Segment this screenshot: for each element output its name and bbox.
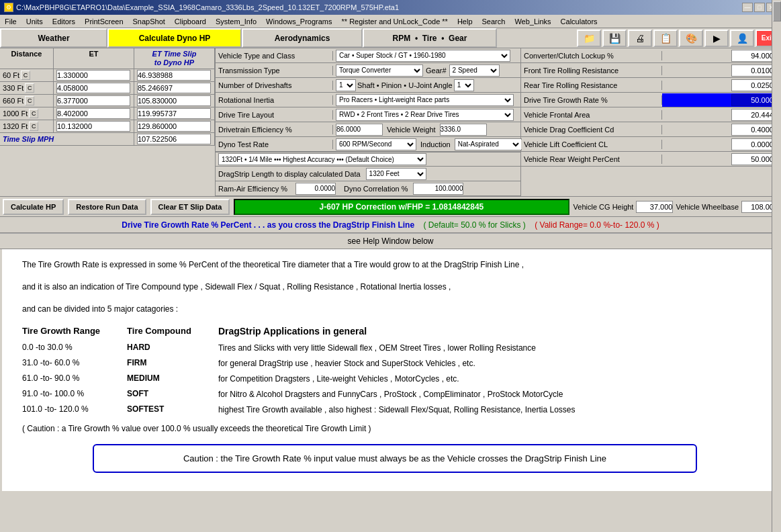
veh-weight-input[interactable]	[440, 124, 487, 136]
play-icon-btn[interactable]: ▶	[704, 30, 729, 47]
tire-range-4: 101.0 -to- 120.0 %	[22, 403, 100, 416]
tire-range-1: 31.0 -to- 60.0 %	[22, 357, 100, 369]
et-input-1320ft[interactable]	[56, 121, 130, 132]
menu-register[interactable]: ** Register and UnLock_Code **	[340, 17, 450, 26]
minimize-button[interactable]: —	[742, 3, 753, 12]
param-dyno-rate: Dyno Test Rate 600 RPM/Second Induction …	[216, 137, 520, 152]
induction-select[interactable]: Nat-Aspirated	[455, 138, 522, 150]
et-input-1000ft[interactable]	[56, 108, 130, 119]
drag-app-2: for Competition Dragsters , Lite-weight …	[218, 373, 768, 386]
dyno-rate-select[interactable]: 600 RPM/Second	[336, 138, 416, 150]
slip-val-60ft	[134, 69, 215, 81]
slip-input-1000ft[interactable]	[137, 108, 211, 119]
menu-clipboard[interactable]: Clipboard	[173, 17, 208, 26]
caution-box-text: Caution : the Tire Growth Rate % input v…	[183, 453, 606, 463]
clear-et-button[interactable]: Clear ET Slip Data	[150, 199, 230, 215]
scrollbar-thumb[interactable]	[773, 1, 781, 21]
param-transmission: Transmission Type Torque Converter Gear#…	[216, 63, 520, 78]
slip-input-330ft[interactable]	[137, 83, 211, 93]
veh-cg-input[interactable]	[636, 201, 673, 213]
tire-range-header: Tire Growth Range	[22, 326, 100, 336]
help-area: The Tire Growth Rate is expressed in som…	[0, 249, 781, 491]
rear-weight-label: Vehicle Rear Weight PerCent	[521, 154, 662, 164]
time-slip-mph-input[interactable]	[137, 134, 211, 144]
color-icon-btn[interactable]: 🎨	[679, 30, 703, 47]
c-btn-60ft[interactable]: C	[21, 71, 30, 80]
et-input-330ft[interactable]	[56, 83, 130, 93]
tire-compound-header: Tire Compound	[127, 326, 191, 336]
drivetrain-eff-value: Vehicle Weight	[333, 123, 520, 136]
drag-length-select[interactable]: 1320 Feet	[366, 168, 426, 180]
menu-snapshot[interactable]: SnapShot	[131, 17, 167, 26]
distance-select[interactable]: 1320Ft • 1/4 Mile ••• Highest Accuracy •…	[218, 153, 426, 165]
tire-compound-4: SOFTEST	[127, 403, 191, 416]
param-vehicle-type: Vehicle Type and Class Car • Super Stock…	[216, 48, 520, 63]
vehicle-type-select[interactable]: Car • Super Stock / GT • 1960-1980	[336, 50, 510, 62]
action-row: Calculate HP Restore Run Data Clear ET S…	[0, 197, 781, 217]
slip-input-60ft[interactable]	[137, 70, 211, 81]
help-intro-line-1: The Tire Growth Rate is expressed in som…	[22, 259, 768, 271]
rotational-inertia-select[interactable]: Pro Racers • Light-weight Race parts	[336, 94, 514, 106]
maximize-button[interactable]: □	[754, 3, 765, 12]
ujoint-angle-select[interactable]: 1	[454, 79, 474, 91]
title-bar-left: ⚙ C:\MaxPBHP8G\ETAPRO1\Data\Example_SSIA…	[4, 3, 399, 12]
folder-icon-btn[interactable]: 📁	[577, 30, 601, 47]
tire-range-2: 61.0 -to- 90.0 %	[22, 372, 100, 385]
c-btn-660ft[interactable]: C	[25, 96, 34, 105]
c-btn-330ft[interactable]: C	[25, 83, 34, 93]
et-val-1000ft	[54, 107, 134, 120]
dyno-corr-input[interactable]	[413, 183, 463, 195]
rotational-inertia-label: Rotational Inertia	[216, 95, 333, 105]
menu-weblinks[interactable]: Web_Links	[512, 17, 553, 26]
menu-editors[interactable]: Editors	[50, 17, 77, 26]
dist-label-660ft: 660 Ft	[3, 97, 24, 105]
scrollbar[interactable]	[772, 0, 781, 491]
menu-bar: File Units Editors PrintScreen SnapShot …	[0, 15, 781, 28]
weather-tab[interactable]: Weather	[0, 28, 107, 48]
shaft-label: Shaft • Pinion • U-Joint Angle	[357, 81, 453, 89]
driveshafts-num-select[interactable]: 1	[336, 79, 356, 91]
menu-sysinfo[interactable]: System_Info	[214, 17, 259, 26]
gear-label: Gear#	[424, 66, 448, 75]
et-val-60ft	[54, 69, 134, 81]
drive-layout-select[interactable]: RWD • 2 Front Tires • 2 Rear Drive Tires	[336, 109, 514, 121]
copy-icon-btn[interactable]: 📋	[653, 30, 678, 47]
tire-compound-3: SOFT	[127, 388, 191, 400]
user-icon-btn[interactable]: 👤	[730, 30, 754, 47]
menu-search[interactable]: Search	[480, 17, 508, 26]
calc-hp-button[interactable]: Calculate HP	[3, 199, 64, 215]
et-timeslip-header: ET Time Slip to Dyno HP	[134, 48, 215, 69]
dist-1320ft: 1320 Ft C	[0, 120, 54, 132]
menu-winprog[interactable]: Windows_Programs	[264, 17, 334, 26]
restore-button[interactable]: Restore Run Data	[68, 199, 146, 215]
slip-input-660ft[interactable]	[137, 95, 211, 106]
et-input-660ft[interactable]	[56, 95, 130, 106]
transmission-select[interactable]: Torque Converter	[336, 64, 423, 77]
et-input-60ft[interactable]	[56, 70, 130, 81]
aerodynamics-tab[interactable]: Aerodynamics	[242, 28, 363, 48]
menu-units[interactable]: Units	[24, 17, 45, 26]
rpm-tire-gear-tab[interactable]: RPM • Tire • Gear	[363, 28, 497, 48]
slip-input-1320ft[interactable]	[137, 121, 211, 132]
print-icon-btn[interactable]: 🖨	[628, 30, 652, 47]
c-btn-1000ft[interactable]: C	[29, 109, 38, 118]
help-intro-line-3: and can be divided into 5 major catagori…	[22, 303, 768, 316]
drivetrain-eff-input[interactable]	[336, 124, 383, 136]
menu-calculators[interactable]: Calculators	[559, 17, 600, 26]
save-icon-btn[interactable]: 💾	[602, 30, 627, 47]
menu-help[interactable]: Help	[455, 17, 475, 26]
app-icon: ⚙	[4, 3, 13, 12]
title-bar: ⚙ C:\MaxPBHP8G\ETAPRO1\Data\Example_SSIA…	[0, 0, 781, 15]
gear-select[interactable]: 2 Speed	[449, 64, 500, 77]
calc-dyno-tab[interactable]: Calculate Dyno HP	[107, 28, 242, 48]
info-valid-range: ( Valid Range= 0.0 %-to- 120.0 % )	[535, 220, 659, 230]
menu-file[interactable]: File	[3, 17, 19, 26]
c-btn-1320ft[interactable]: C	[29, 122, 38, 131]
et-table: Distance ET ET Time Slip to Dyno HP 60 F…	[0, 48, 216, 196]
menu-printscreen[interactable]: PrintScreen	[83, 17, 125, 26]
ram-air-input[interactable]	[295, 183, 336, 195]
right-row-rear-weight: Vehicle Rear Weight PerCent	[521, 152, 781, 167]
info-row-1: Drive Tire Growth Rate % PerCent . . . a…	[0, 217, 781, 233]
drag-coeff-label: Vehicle Drag Coefficient Cd	[521, 125, 662, 134]
right-row-rear-roll: Rear Tire Rolling Resistance	[521, 78, 781, 93]
